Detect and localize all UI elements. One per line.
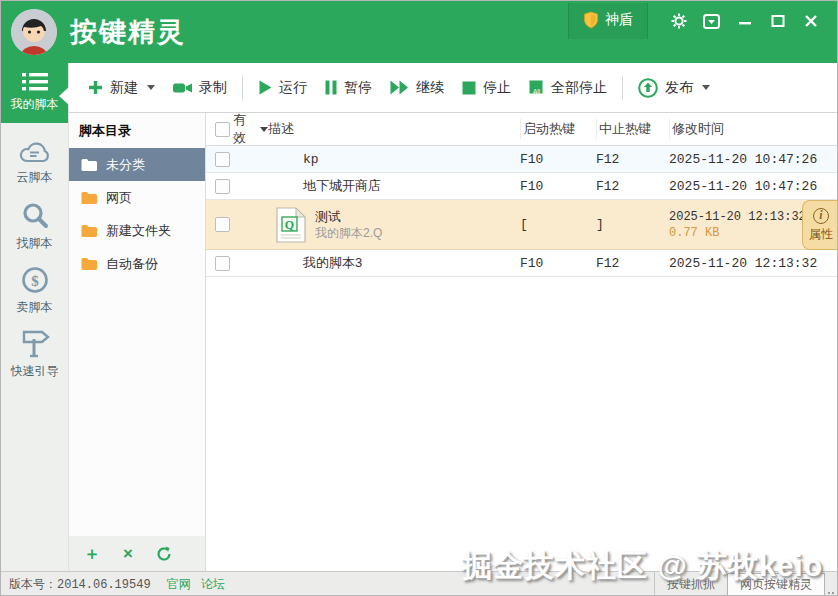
app-title: 按键精灵 <box>70 14 186 50</box>
web-quick-macro-button[interactable]: 网页按键精灵 <box>727 573 825 596</box>
settings-button[interactable] <box>662 11 695 31</box>
version-label: 版本号： <box>9 576 57 593</box>
modified-time: 2025-11-20 12:13:32 <box>669 256 838 271</box>
statusbar: 版本号： 2014.06.19549 官网 论坛 按键抓抓 网页按键精灵 <box>1 571 837 596</box>
row-checkbox[interactable] <box>215 256 230 271</box>
start-hotkey: F10 <box>520 256 596 271</box>
add-folder-button[interactable]: ＋ <box>81 543 103 565</box>
new-label: 新建 <box>110 79 138 97</box>
publish-label: 发布 <box>665 79 693 97</box>
gear-icon <box>671 13 687 29</box>
official-site-link[interactable]: 官网 <box>167 576 191 593</box>
minimize-button[interactable] <box>728 11 761 31</box>
script-description: 测试 <box>315 209 382 225</box>
delete-folder-button[interactable]: × <box>117 543 139 565</box>
sidebar-item-cloud-scripts[interactable]: 云脚本 <box>1 131 68 195</box>
statusbar-right: 按键抓抓 网页按键精灵 <box>654 572 837 596</box>
modified-column-header[interactable]: 修改时间 <box>669 119 838 139</box>
table-header: 有效 描述 启动热键 中止热键 修改时间 <box>206 113 838 146</box>
record-label: 录制 <box>199 79 227 97</box>
sidebar-item-sell-scripts[interactable]: $ 卖脚本 <box>1 259 68 323</box>
signpost-icon <box>20 330 50 358</box>
user-avatar[interactable] <box>11 9 57 55</box>
folder-icon <box>81 257 98 270</box>
row-checkbox[interactable] <box>215 217 230 232</box>
start-hotkey-column-header[interactable]: 启动热键 <box>520 119 596 139</box>
resize-grip[interactable] <box>827 592 837 596</box>
forum-link[interactable]: 论坛 <box>201 576 225 593</box>
dollar-icon: $ <box>21 266 49 294</box>
pause-label: 暂停 <box>344 79 372 97</box>
modified-time: 2025-11-20 10:47:26 <box>669 179 838 194</box>
minimize-to-tray-button[interactable] <box>695 11 728 31</box>
svg-text:All: All <box>533 88 541 95</box>
valid-header-label: 有效 <box>233 111 258 147</box>
sidebar-item-label: 我的脚本 <box>11 96 59 113</box>
pause-button[interactable]: 暂停 <box>316 73 381 103</box>
table-row[interactable]: 地下城开商店 F10 F12 2025-11-20 10:47:26 <box>206 173 838 200</box>
cloud-icon <box>19 141 51 164</box>
sidebar-item-label: 快速引导 <box>11 363 59 380</box>
folder-uncategorized[interactable]: 未分类 <box>69 148 205 181</box>
close-icon <box>804 14 818 28</box>
resume-button[interactable]: 继续 <box>381 73 453 103</box>
folder-auto-backup[interactable]: 自动备份 <box>69 247 205 280</box>
start-hotkey: F10 <box>520 152 596 167</box>
chevron-down-icon <box>260 127 268 132</box>
folder-icon <box>81 224 98 237</box>
titlebar-right: 神盾 <box>568 1 837 63</box>
publish-icon <box>638 78 658 98</box>
sidebar-item-quick-guide[interactable]: 快速引导 <box>1 323 68 387</box>
valid-column-header[interactable]: 有效 <box>233 111 268 147</box>
stop-button[interactable]: 停止 <box>453 73 520 103</box>
sidebar-item-find-scripts[interactable]: 找脚本 <box>1 195 68 259</box>
properties-tab[interactable]: i 属性 <box>802 200 838 250</box>
sidebar-item-label: 云脚本 <box>17 169 53 186</box>
toolbar-separator <box>242 76 243 100</box>
script-description: kp <box>268 152 520 167</box>
script-table: 有效 描述 启动热键 中止热键 修改时间 kp F10 F12 2025-11-… <box>206 113 838 571</box>
script-description: 我的脚本3 <box>268 254 520 272</box>
active-tab-notch <box>59 87 69 105</box>
shield-label: 神盾 <box>605 11 633 29</box>
maximize-icon <box>771 14 785 28</box>
stop-hotkey: F12 <box>596 152 669 167</box>
script-filename: 我的脚本2.Q <box>315 225 382 241</box>
table-row-selected[interactable]: Q 测试 我的脚本2.Q [ ] 2025-11-20 12:13:32 0.7… <box>206 200 838 250</box>
properties-label: 属性 <box>809 226 833 243</box>
pause-icon <box>325 80 337 95</box>
chevron-down-icon <box>702 85 710 90</box>
row-checkbox[interactable] <box>215 152 230 167</box>
key-capture-button[interactable]: 按键抓抓 <box>654 572 727 596</box>
toolbar-separator <box>622 76 623 100</box>
shield-button[interactable]: 神盾 <box>568 3 648 39</box>
folder-label: 自动备份 <box>106 255 158 273</box>
desc-column-header[interactable]: 描述 <box>268 120 520 138</box>
stop-all-button[interactable]: All 全部停止 <box>520 73 616 103</box>
sidebar-item-my-scripts[interactable]: 我的脚本 <box>1 63 68 123</box>
table-row[interactable]: kp F10 F12 2025-11-20 10:47:26 <box>206 146 838 173</box>
directory-empty-space <box>69 280 205 536</box>
row-checkbox[interactable] <box>215 179 230 194</box>
table-row[interactable]: 我的脚本3 F10 F12 2025-11-20 12:13:32 <box>206 250 838 277</box>
desc-header-label: 描述 <box>268 120 294 138</box>
close-button[interactable] <box>794 11 827 31</box>
modified-header-label: 修改时间 <box>672 121 724 136</box>
stop-hotkey: F12 <box>596 256 669 271</box>
folder-icon <box>81 191 98 204</box>
run-button[interactable]: 运行 <box>249 73 316 103</box>
sidebar-item-label: 卖脚本 <box>17 299 53 316</box>
record-button[interactable]: 录制 <box>164 73 236 103</box>
refresh-button[interactable] <box>153 543 175 565</box>
maximize-button[interactable] <box>761 11 794 31</box>
stop-hotkey-column-header[interactable]: 中止热键 <box>596 119 669 139</box>
list-icon <box>22 73 48 91</box>
folder-new-folder[interactable]: 新建文件夹 <box>69 214 205 247</box>
publish-button[interactable]: 发布 <box>629 72 719 104</box>
folder-webpage[interactable]: 网页 <box>69 181 205 214</box>
select-all-checkbox[interactable] <box>215 122 230 137</box>
new-button[interactable]: 新建 <box>79 73 164 103</box>
stop-hotkey-header-label: 中止热键 <box>599 121 651 136</box>
minimize-icon <box>738 14 752 28</box>
version-value: 2014.06.19549 <box>57 578 151 592</box>
